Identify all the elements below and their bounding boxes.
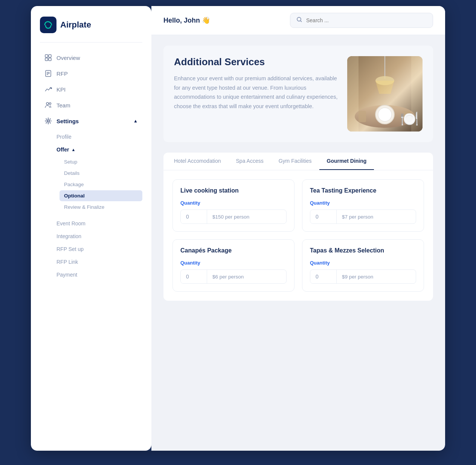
sidebar-item-kpi[interactable]: KPI (40, 82, 142, 97)
service-card-live-cooking: Live cooking station Quantity $150 per p… (172, 179, 294, 232)
cards-grid: Live cooking station Quantity $150 per p… (172, 179, 424, 292)
grid-icon (44, 54, 52, 61)
card-title-live-cooking: Live cooking station (180, 187, 287, 194)
card-title-canapes: Canapés Package (180, 247, 287, 254)
price-live-cooking: $150 per person (207, 210, 286, 223)
svg-rect-1 (49, 55, 51, 57)
sidebar-item-settings[interactable]: Settings ▲ (40, 113, 142, 128)
svg-point-8 (51, 88, 52, 89)
sidebar-item-label-kpi: KPI (56, 86, 66, 93)
sidebar-item-rfp[interactable]: RFP (40, 66, 142, 81)
main-header: Hello, John 👋 (151, 6, 445, 35)
offer-sub-details[interactable]: Details (60, 168, 142, 179)
tabs-cards-section: Hotel Accomodation Spa Access Gym Facili… (163, 153, 433, 301)
tab-gourmet[interactable]: Gourmet Dining (319, 153, 374, 170)
sidebar-item-team[interactable]: Team (40, 98, 142, 113)
quantity-label-live-cooking: Quantity (180, 200, 287, 206)
sidebar-divider (40, 42, 142, 43)
hero-description: Enhance your event with our premium addi… (174, 74, 338, 111)
logo: Airplate (40, 17, 142, 33)
settings-payment[interactable]: Payment (52, 269, 142, 281)
offer-sub-package[interactable]: Package (60, 179, 142, 190)
tabs-container: Hotel Accomodation Spa Access Gym Facili… (163, 153, 433, 170)
hero-image-visual (347, 56, 423, 132)
offer-submenu: Setup Details Package Optional Review & … (52, 156, 142, 213)
settings-integration[interactable]: Integration (52, 230, 142, 242)
settings-chevron-icon: ▲ (133, 118, 138, 124)
svg-rect-20 (359, 111, 366, 122)
submenu-item-offer[interactable]: Offer ▲ (52, 144, 142, 156)
cards-section: Live cooking station Quantity $150 per p… (163, 170, 433, 301)
hero-image (347, 56, 423, 132)
other-settings: Event Room Integration RFP Set up RFP Li… (40, 217, 142, 281)
page-content: Additional Services Enhance your event w… (151, 35, 445, 451)
settings-submenu: Profile Offer ▲ Setup Details Package Op… (40, 131, 142, 213)
main-content: Hello, John 👋 Additional Services Enhanc… (151, 6, 445, 451)
quantity-label-canapes: Quantity (180, 260, 287, 266)
svg-line-13 (301, 21, 302, 22)
quantity-row-tea-tasting: $7 per person (310, 210, 416, 224)
settings-rfp-setup[interactable]: RFP Set up (52, 243, 142, 255)
sidebar-item-label-settings: Settings (56, 118, 79, 124)
settings-event-room[interactable]: Event Room (52, 217, 142, 229)
tab-hotel[interactable]: Hotel Accomodation (166, 153, 229, 170)
svg-rect-21 (404, 111, 411, 122)
sidebar-item-overview[interactable]: Overview (40, 50, 142, 65)
quantity-row-canapes: $6 per person (180, 269, 287, 284)
page-title: Additional Services (174, 56, 338, 68)
offer-sub-review[interactable]: Review & Finalize (60, 202, 142, 213)
service-card-tapas: Tapas & Mezzes Selection Quantity $9 per… (302, 239, 424, 292)
offer-chevron-icon: ▲ (71, 147, 75, 152)
logo-icon (40, 17, 56, 33)
svg-point-9 (46, 102, 49, 105)
sidebar-item-label-rfp: RFP (56, 70, 68, 77)
search-input[interactable] (306, 17, 427, 23)
service-card-canapes: Canapés Package Quantity $6 per person (172, 239, 294, 292)
quantity-row-tapas: $9 per person (310, 269, 416, 284)
svg-point-11 (47, 120, 49, 122)
users-icon (44, 101, 52, 109)
card-title-tea-tasting: Tea Tasting Experience (310, 187, 416, 194)
svg-rect-0 (45, 55, 48, 57)
svg-point-10 (49, 103, 51, 105)
svg-point-12 (297, 17, 301, 21)
hero-section: Additional Services Enhance your event w… (163, 46, 433, 142)
price-canapes: $6 per person (207, 270, 286, 283)
search-bar[interactable] (290, 13, 433, 28)
offer-sub-setup[interactable]: Setup (60, 156, 142, 167)
card-title-tapas: Tapas & Mezzes Selection (310, 247, 416, 254)
svg-point-19 (378, 108, 392, 121)
logo-text: Airplate (60, 20, 91, 30)
chart-icon (44, 86, 52, 93)
file-icon (44, 70, 52, 77)
price-tea-tasting: $7 per person (337, 210, 416, 223)
gear-icon (44, 117, 52, 125)
offer-sub-optional[interactable]: Optional (60, 190, 142, 201)
quantity-label-tea-tasting: Quantity (310, 200, 416, 206)
quantity-label-tapas: Quantity (310, 260, 416, 266)
settings-rfp-link[interactable]: RFP Link (52, 256, 142, 268)
svg-rect-16 (411, 56, 423, 132)
submenu-item-profile[interactable]: Profile (52, 131, 142, 143)
sidebar: Airplate Overview (31, 6, 151, 451)
hero-text: Additional Services Enhance your event w… (174, 56, 338, 111)
price-tapas: $9 per person (337, 270, 416, 283)
svg-rect-2 (45, 58, 48, 61)
quantity-input-canapes[interactable] (181, 270, 207, 283)
greeting-text: Hello, John 👋 (163, 16, 210, 24)
quantity-row-live-cooking: $150 per person (180, 210, 287, 224)
quantity-input-tea-tasting[interactable] (310, 210, 337, 223)
sidebar-item-label-team: Team (56, 102, 70, 109)
quantity-input-live-cooking[interactable] (181, 210, 207, 223)
app-container: Airplate Overview (31, 6, 445, 451)
service-card-tea-tasting: Tea Tasting Experience Quantity $7 per p… (302, 179, 424, 232)
sidebar-item-label-overview: Overview (56, 55, 80, 61)
quantity-input-tapas[interactable] (310, 270, 337, 283)
search-icon (296, 17, 302, 24)
svg-rect-3 (49, 58, 51, 61)
tab-spa[interactable]: Spa Access (229, 153, 271, 170)
tab-gym[interactable]: Gym Facilities (271, 153, 319, 170)
